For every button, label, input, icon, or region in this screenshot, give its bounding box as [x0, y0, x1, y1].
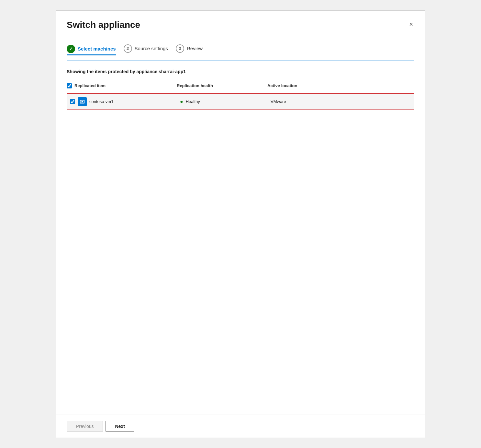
vm-name: contoso-vm1: [89, 99, 113, 104]
health-status-icon: ●: [180, 99, 183, 104]
steps-nav: ✓ Select machines 2 Source settings 3 Re…: [67, 37, 414, 61]
col-replication-health: Replication health: [177, 83, 267, 88]
dialog-body: ✓ Select machines 2 Source settings 3 Re…: [56, 37, 425, 415]
step3-circle: 3: [176, 44, 184, 53]
col-replicated-item: Replicated item: [67, 83, 177, 88]
section-heading: Showing the items protected by appliance…: [67, 69, 414, 74]
row-checkbox[interactable]: [70, 99, 75, 104]
table-header-row: Replicated item Replication health Activ…: [67, 81, 414, 91]
step3-label: Review: [187, 46, 203, 51]
step-source-settings[interactable]: 2 Source settings: [124, 44, 168, 54]
step-review[interactable]: 3 Review: [176, 44, 203, 54]
step1-circle: ✓: [67, 45, 75, 53]
cell-replication-health: ● Healthy: [180, 99, 271, 104]
close-button[interactable]: ×: [408, 20, 414, 29]
cell-active-location: VMware: [271, 99, 411, 104]
dialog-footer: Previous Next: [56, 415, 425, 438]
health-status-text: Healthy: [186, 99, 200, 104]
table-row[interactable]: contoso-vm1 ● Healthy VMware: [67, 93, 414, 110]
previous-button[interactable]: Previous: [67, 421, 103, 432]
next-button[interactable]: Next: [106, 421, 134, 432]
dialog-header: Switch appliance ×: [56, 11, 425, 37]
step2-label: Source settings: [135, 46, 168, 51]
vm-icon: [78, 97, 87, 106]
dialog-title: Switch appliance: [67, 20, 140, 30]
machines-table: Replicated item Replication health Activ…: [67, 81, 414, 110]
select-all-checkbox[interactable]: [67, 83, 72, 88]
step2-circle: 2: [124, 44, 132, 53]
step1-label: Select machines: [78, 46, 116, 52]
step-select-machines[interactable]: ✓ Select machines: [67, 45, 116, 55]
col-active-location: Active location: [267, 83, 414, 88]
cell-replicated-item: contoso-vm1: [70, 97, 180, 106]
location-text: VMware: [271, 99, 286, 104]
switch-appliance-dialog: Switch appliance × ✓ Select machines 2 S…: [56, 10, 425, 438]
